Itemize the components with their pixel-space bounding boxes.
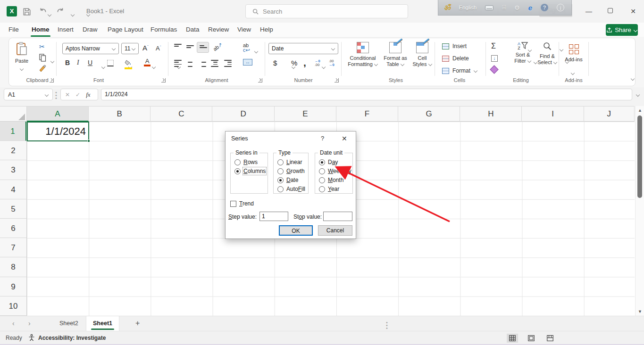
copy-dropdown-icon[interactable] — [50, 59, 54, 63]
fill-color-dropdown-icon[interactable] — [152, 65, 156, 69]
column-header[interactable]: F — [336, 107, 398, 122]
wrap-text-button[interactable]: abc↩ — [243, 43, 250, 52]
percent-button[interactable]: % — [291, 59, 297, 67]
keyboard-icon[interactable] — [485, 5, 493, 10]
row-header[interactable]: 4 — [0, 180, 26, 199]
insert-function-icon[interactable]: fx — [86, 91, 90, 99]
tab-view[interactable]: View — [237, 24, 251, 36]
close-button[interactable]: ✕ — [628, 7, 638, 16]
column-header[interactable]: G — [398, 107, 460, 122]
autosum-button[interactable]: Σ — [491, 42, 496, 50]
merge-center-button[interactable]: ↔ — [243, 59, 252, 66]
increase-font-size-button[interactable]: Aˆ — [142, 44, 149, 52]
underline-dropdown-icon[interactable] — [101, 65, 105, 69]
enter-icon[interactable]: ✓ — [75, 91, 80, 98]
row-header[interactable]: 10 — [0, 296, 26, 316]
step-value-input[interactable] — [259, 212, 288, 221]
increase-indent-button[interactable] — [224, 60, 232, 67]
tab-scroll-separator[interactable]: ••• — [386, 321, 388, 329]
tab-home[interactable]: Home — [32, 24, 50, 36]
stop-value-input[interactable] — [323, 212, 352, 221]
tab-page-layout[interactable]: Page Layout — [108, 24, 143, 36]
minimize-button[interactable]: — — [584, 7, 594, 16]
decrease-font-size-button[interactable]: Aˇ — [156, 45, 161, 52]
tab-draw[interactable]: Draw — [83, 24, 98, 36]
radio-date[interactable]: Date — [277, 177, 298, 183]
orientation-dropdown-icon[interactable] — [254, 49, 258, 53]
redo-dropdown-icon[interactable] — [71, 13, 75, 16]
clear-button[interactable] — [490, 65, 498, 74]
scroll-down-icon[interactable]: ▼ — [638, 309, 642, 314]
insert-cells-button[interactable]: Insert — [442, 43, 467, 49]
clipboard-dialog-launcher[interactable] — [50, 78, 54, 82]
bold-button[interactable]: B — [65, 59, 70, 66]
fill-color-button[interactable] — [125, 59, 132, 69]
trend-checkbox[interactable]: Trend — [230, 200, 254, 207]
vertical-scrollbar-thumb[interactable] — [637, 115, 642, 198]
delete-cells-button[interactable]: Delete — [442, 55, 469, 62]
underline-button[interactable]: U — [88, 59, 92, 66]
redo-icon[interactable] — [56, 8, 65, 16]
info-icon[interactable]: i — [557, 4, 564, 11]
currency-button[interactable]: $ — [273, 59, 277, 67]
column-header[interactable]: A — [27, 107, 89, 122]
page-layout-view-button[interactable] — [526, 334, 537, 343]
undo-icon[interactable] — [39, 8, 47, 16]
fill-handle[interactable] — [87, 140, 90, 142]
find-select-button[interactable]: Find &Select — [536, 42, 558, 66]
font-name-combo[interactable]: Aptos Narrow — [62, 43, 119, 54]
active-cell-a1[interactable]: 1/1/2024 — [27, 122, 89, 141]
next-sheet-icon[interactable]: › — [28, 320, 31, 327]
ok-button[interactable]: OK — [279, 225, 313, 236]
format-as-table-button[interactable]: Format asTable — [381, 42, 410, 67]
add-ins-button[interactable]: Add-ins — [562, 42, 585, 63]
borders-button[interactable] — [107, 60, 114, 66]
format-painter-icon[interactable] — [39, 65, 47, 72]
clear-dropdown-icon[interactable] — [571, 71, 575, 75]
decrease-decimal-button[interactable]: .00→0 — [329, 59, 335, 67]
column-header[interactable]: D — [213, 107, 275, 122]
tab-review[interactable]: Review — [208, 24, 229, 36]
font-size-combo[interactable]: 11 — [121, 43, 139, 54]
collapse-ribbon-icon[interactable] — [631, 77, 635, 81]
radio-day[interactable]: Day — [319, 159, 338, 165]
dialog-close-button[interactable]: ✕ — [342, 135, 347, 142]
column-header[interactable]: I — [522, 107, 584, 122]
radio-autofill[interactable]: AutoFill — [277, 186, 305, 192]
ime-script-icon[interactable]: ॐ — [444, 3, 450, 12]
scroll-up-icon[interactable]: ▲ — [638, 108, 642, 113]
sort-filter-button[interactable]: AZ Sort &Filter — [510, 42, 535, 64]
font-color-button[interactable]: A — [144, 58, 151, 66]
tab-insert[interactable]: Insert — [58, 24, 74, 36]
fill-button[interactable]: ↓ — [491, 55, 498, 62]
conditional-formatting-button[interactable]: ConditionalFormatting — [348, 42, 378, 67]
sheet-tab-sheet2[interactable]: Sheet2 — [53, 316, 85, 331]
cut-icon[interactable]: ✂ — [39, 43, 45, 50]
expand-formula-bar-icon[interactable] — [636, 93, 640, 97]
copy-icon[interactable] — [39, 54, 46, 62]
column-header[interactable]: J — [584, 107, 635, 122]
normal-view-button[interactable] — [507, 334, 518, 343]
tab-data[interactable]: Data — [186, 24, 200, 36]
row-header[interactable]: 3 — [0, 160, 26, 180]
language-label[interactable]: English — [459, 5, 477, 10]
align-bottom-button[interactable] — [197, 42, 209, 53]
browser-icon[interactable]: e — [528, 4, 532, 12]
new-sheet-button[interactable]: + — [135, 319, 140, 328]
increase-decimal-button[interactable]: ←0.00 — [315, 59, 320, 67]
currency-dropdown-icon[interactable] — [322, 65, 326, 69]
number-dialog-launcher[interactable] — [335, 78, 339, 82]
tab-help[interactable]: Help — [260, 24, 273, 36]
column-header[interactable]: B — [89, 107, 151, 122]
row-header[interactable]: 6 — [0, 219, 26, 238]
orientation-button[interactable]: ab↗ — [212, 41, 224, 52]
undo-dropdown-icon[interactable] — [48, 13, 51, 16]
column-header[interactable]: H — [460, 107, 522, 122]
ime-tools-icon[interactable]: ⌸ — [502, 4, 506, 11]
align-top-button[interactable] — [174, 44, 182, 47]
save-icon[interactable] — [23, 8, 31, 16]
alignment-dialog-launcher[interactable] — [258, 78, 262, 82]
align-middle-button[interactable] — [186, 45, 194, 48]
paste-button[interactable]: Paste — [15, 42, 29, 73]
format-cells-button[interactable]: Format — [442, 67, 477, 74]
